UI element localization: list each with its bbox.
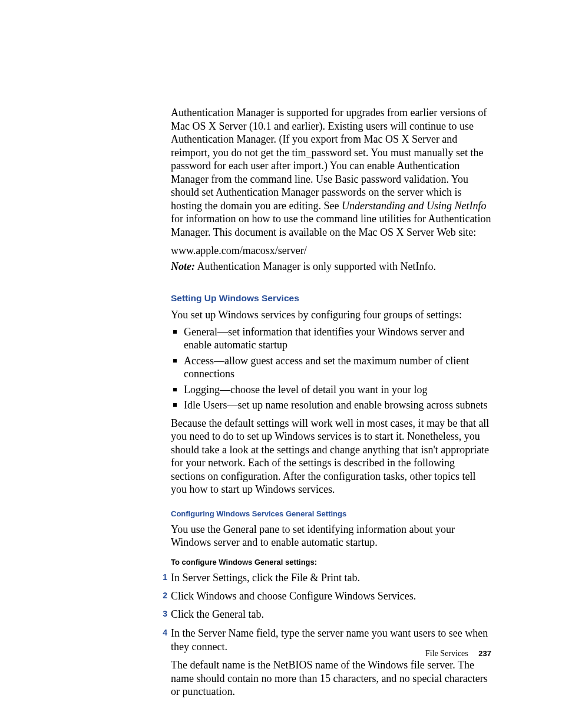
step-item: Click Windows and choose Configure Windo…: [160, 589, 491, 603]
document-page: Authentication Manager is supported for …: [0, 0, 562, 728]
steps-list: In Server Settings, click the File & Pri…: [160, 571, 491, 699]
list-item: Logging—choose the level of detail you w…: [171, 383, 491, 397]
note-label: Note:: [171, 261, 195, 272]
section-heading-setting-up: Setting Up Windows Services: [171, 293, 491, 304]
task-heading: To configure Windows General settings:: [171, 558, 491, 566]
subsection-heading-configuring: Configuring Windows Services General Set…: [171, 509, 491, 518]
step-followup: The default name is the NetBIOS name of …: [171, 658, 491, 699]
section2-lead: You use the General pane to set identify…: [171, 523, 491, 549]
intro-paragraph: Authentication Manager is supported for …: [171, 106, 491, 239]
settings-bullet-list: General—set information that identifies …: [171, 325, 491, 412]
list-item: Idle Users—set up name resolution and en…: [171, 398, 491, 412]
note-line: Note: Authentication Manager is only sup…: [171, 261, 491, 273]
page-footer: File Services 237: [425, 649, 491, 658]
section1-tail: Because the default settings will work w…: [171, 417, 491, 496]
step-item: In the Server Name field, type the serve…: [160, 627, 491, 699]
section1-lead: You set up Windows services by configuri…: [171, 308, 491, 322]
list-item: Access—allow guest access and set the ma…: [171, 354, 491, 381]
reference-url: www.apple.com/macosx/server/: [171, 245, 491, 257]
step-item: In Server Settings, click the File & Pri…: [160, 571, 491, 585]
intro-text-a: Authentication Manager is supported for …: [171, 107, 487, 212]
intro-emphasis: Understanding and Using NetInfo: [342, 200, 487, 212]
footer-section-label: File Services: [425, 649, 468, 658]
footer-page-number: 237: [478, 649, 491, 658]
step-item: Click the General tab.: [160, 608, 491, 621]
intro-text-b: for information on how to use the comman…: [171, 213, 491, 238]
note-text: Authentication Manager is only supported…: [195, 261, 436, 272]
list-item: General—set information that identifies …: [171, 325, 491, 352]
